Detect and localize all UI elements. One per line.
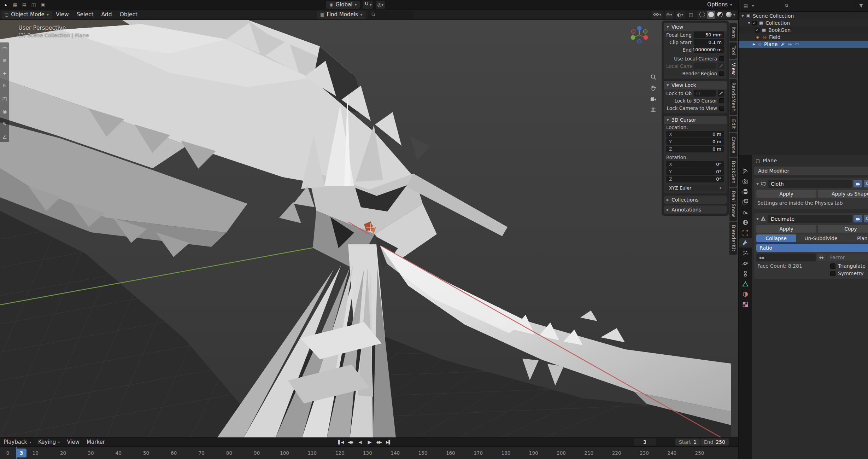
camera-view-button[interactable]	[648, 94, 658, 104]
menu-object[interactable]: Object	[116, 10, 141, 19]
tab-bookgen[interactable]: BookGen	[729, 158, 737, 187]
prev-keyframe-button[interactable]: ◀◆	[346, 438, 355, 446]
view-lock-section-header[interactable]: ▼ View Lock	[664, 81, 727, 89]
current-frame-field[interactable]: 3	[634, 438, 656, 446]
pan-button[interactable]	[648, 83, 658, 93]
select-mode-lasso-icon[interactable]: ▣	[39, 1, 47, 8]
filter-funnel-icon[interactable]	[857, 2, 865, 10]
cloth-apply-as-shape-button[interactable]: Apply as Shape	[818, 190, 868, 198]
tab-object-data[interactable]	[739, 279, 752, 289]
tab-item[interactable]: Item	[729, 23, 737, 41]
cursor-tool-icon[interactable]: ⊕	[1, 57, 8, 64]
render-toggle-icon[interactable]	[854, 215, 862, 222]
overlays-group[interactable]: ◐ ▾	[676, 11, 685, 19]
outliner-row-bookgen[interactable]: ✓ ▦ BookGen	[739, 27, 868, 34]
scale-tool-icon[interactable]: ◰	[1, 95, 8, 103]
decimate-mode-planar[interactable]: Planar	[846, 234, 868, 242]
menu-add[interactable]: Add	[98, 10, 116, 19]
proportional-editing-group[interactable]: ◎ ▾	[376, 1, 385, 9]
gizmos-group[interactable]: ⊕ ▾	[665, 11, 674, 19]
jump-to-end-button[interactable]: ▶▌	[384, 438, 393, 446]
transform-orientation-dropdown[interactable]: ◉ Global ▾	[326, 1, 360, 9]
vertex-group-factor-slider[interactable]: Factor	[827, 254, 868, 261]
render-region-checkbox[interactable]	[719, 71, 724, 76]
tab-particles[interactable]	[739, 249, 752, 258]
menu-select[interactable]: Select	[73, 10, 98, 19]
cursor-rot-x-field[interactable]: X0°	[666, 161, 724, 168]
tab-randomesh[interactable]: RandoMesh	[729, 79, 737, 115]
tab-real-snow[interactable]: Real Snow	[729, 188, 737, 220]
move-tool-icon[interactable]: +	[1, 69, 8, 77]
outliner-row-field[interactable]: ◈ ◎ Field	[739, 34, 868, 41]
cursor-loc-y-field[interactable]: Y0 m	[666, 138, 724, 145]
select-mode-tweak-icon[interactable]: ▦	[11, 1, 19, 8]
measure-tool-icon[interactable]: ∠	[1, 133, 8, 141]
tab-object[interactable]	[739, 228, 752, 237]
outliner-editor-type-icon[interactable]: ▤	[741, 2, 750, 10]
tab-world[interactable]	[739, 218, 752, 227]
cursor-loc-z-field[interactable]: Z0 m	[666, 146, 724, 152]
focal-length-field[interactable]: 50 mm	[694, 31, 724, 38]
cursor-rot-z-field[interactable]: Z0°	[666, 176, 724, 182]
editor-type-icon[interactable]: ▸	[2, 1, 10, 8]
tab-view[interactable]: View	[729, 60, 737, 78]
cursor-loc-x-field[interactable]: X0 m	[666, 131, 724, 138]
symmetry-checkbox[interactable]	[830, 271, 835, 276]
eyedropper-icon[interactable]	[718, 90, 724, 97]
snapping-group[interactable]: ▾	[363, 1, 373, 9]
outliner-search-input[interactable]	[782, 2, 855, 10]
outliner-row-plane[interactable]: ▶ ◇ Plane ◎ ▭	[739, 41, 868, 48]
shading-solid-button[interactable]	[707, 11, 715, 19]
lock-3d-cursor-checkbox[interactable]	[719, 98, 724, 103]
tab-tool[interactable]	[739, 167, 752, 176]
render-toggle-icon[interactable]	[854, 180, 862, 187]
cloth-apply-button[interactable]: Apply	[756, 190, 816, 198]
playhead-frame-badge[interactable]: 3	[16, 448, 27, 457]
eyedropper-icon[interactable]	[718, 63, 724, 69]
mode-dropdown[interactable]: ▢ Object Mode ▾	[1, 11, 52, 19]
collection-checkbox[interactable]: ✓	[752, 21, 757, 25]
chevron-down-icon[interactable]: ▼	[756, 182, 759, 186]
jump-to-start-button[interactable]: ▌◀	[336, 438, 345, 446]
select-box-tool-icon[interactable]: ▭	[1, 44, 8, 52]
menu-playback[interactable]: Playback▾	[0, 438, 35, 446]
asset-search-input[interactable]	[368, 11, 414, 19]
view-section-header[interactable]: ▼ View	[664, 23, 727, 31]
realtime-toggle-icon[interactable]	[864, 180, 868, 187]
annotations-section-header[interactable]: ▶ Annotations	[664, 205, 727, 214]
ortho-toggle-button[interactable]	[648, 105, 658, 115]
menu-view[interactable]: View	[52, 10, 73, 19]
select-mode-box-icon[interactable]: ▤	[20, 1, 29, 8]
tab-modifiers[interactable]	[739, 238, 752, 248]
breadcrumb-object-name[interactable]: Plane	[763, 158, 777, 163]
shading-rendered-button[interactable]	[725, 11, 733, 19]
navigation-gizmo[interactable]	[629, 24, 649, 44]
shading-wireframe-button[interactable]	[698, 11, 706, 19]
tab-edit[interactable]: Edit	[729, 116, 737, 132]
decimate-mode-unsubdivide[interactable]: Un-Subdivide	[796, 234, 846, 242]
lock-to-object-field[interactable]: ▢	[694, 90, 716, 97]
tab-render[interactable]	[739, 177, 752, 186]
realtime-toggle-icon[interactable]	[864, 215, 868, 222]
xray-toggle-icon[interactable]: ◫	[687, 11, 695, 18]
lock-camera-checkbox[interactable]	[719, 106, 724, 111]
disclosure-icon[interactable]: ▼	[748, 21, 750, 25]
clip-start-field[interactable]: 0.1 m	[694, 39, 724, 46]
chevron-down-icon[interactable]: ▼	[756, 217, 759, 221]
tab-material[interactable]	[739, 290, 752, 299]
options-dropdown[interactable]: Options ▾	[704, 1, 735, 9]
annotate-tool-icon[interactable]: ✎	[1, 120, 8, 128]
collections-section-header[interactable]: ▶ Collections	[664, 196, 727, 204]
decimate-apply-button[interactable]: Apply	[756, 225, 816, 233]
modifier-name-field[interactable]: Cloth	[768, 180, 852, 188]
cursor-section-header[interactable]: ▼ 3D Cursor	[664, 116, 727, 124]
modifier-name-field[interactable]: Decimate	[768, 215, 852, 223]
outliner-row-scene-collection[interactable]: ▼ ▣ Scene Collection	[739, 12, 868, 19]
triangulate-checkbox[interactable]	[830, 263, 835, 269]
tab-create[interactable]: Create	[729, 133, 737, 157]
decimate-mode-collapse[interactable]: Collapse	[756, 234, 796, 242]
tab-texture[interactable]	[739, 300, 752, 309]
select-mode-circle-icon[interactable]: ◫	[29, 1, 38, 8]
tab-tool[interactable]: Tool	[729, 42, 737, 59]
euler-mode-dropdown[interactable]: XYZ Euler▾	[666, 185, 724, 191]
